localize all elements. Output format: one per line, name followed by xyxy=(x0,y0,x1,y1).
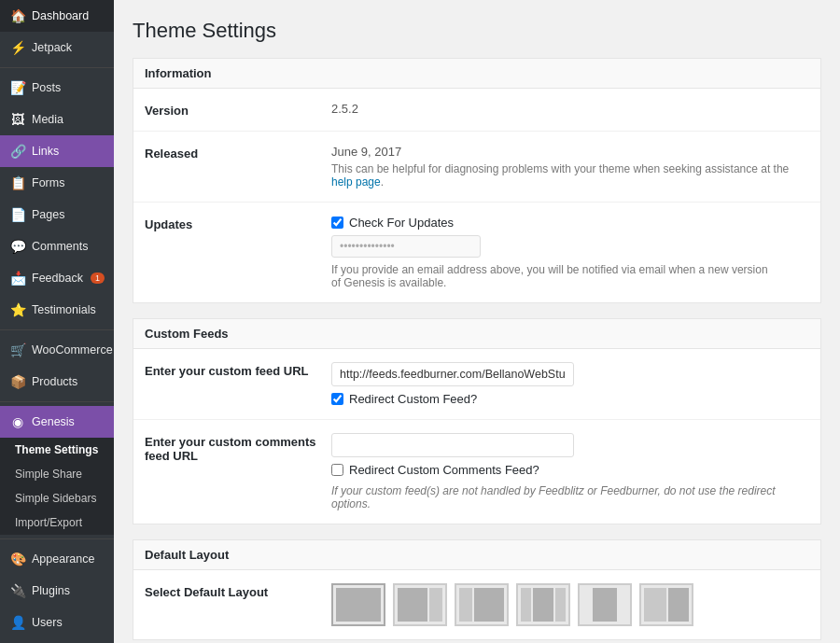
sidebar-divider-3 xyxy=(0,401,114,402)
sidebar-item-posts[interactable]: 📝 Posts xyxy=(0,72,114,104)
dashboard-icon: 🏠 xyxy=(9,7,26,24)
sidebar-item-genesis[interactable]: ◉ Genesis xyxy=(0,406,114,438)
updates-note: If you provide an email address above, y… xyxy=(331,263,779,289)
sidebar-item-links[interactable]: 🔗 Links xyxy=(0,135,114,167)
sidebar-item-label: WooCommerce xyxy=(32,343,113,356)
comments-feed-input[interactable] xyxy=(331,433,574,457)
redirect-comments-label[interactable]: Redirect Custom Comments Feed? xyxy=(331,463,809,477)
information-section: Information Version 2.5.2 Released June … xyxy=(133,58,821,303)
layout-side-col-left xyxy=(459,588,472,622)
products-icon: 📦 xyxy=(9,373,26,390)
layout-option-sidebar-content-sidebar[interactable] xyxy=(516,583,570,626)
forms-icon: 📋 xyxy=(9,175,26,191)
sidebar-divider-2 xyxy=(0,329,114,330)
sidebar-item-comments[interactable]: 💬 Comments xyxy=(0,231,114,262)
layout-option-content-sidebar[interactable] xyxy=(393,583,447,626)
sidebar-item-pages[interactable]: 📄 Pages xyxy=(0,199,114,231)
feedback-icon: 📩 xyxy=(9,270,26,287)
sidebar-item-jetpack[interactable]: ⚡ Jetpack xyxy=(0,32,114,63)
layout-side-col xyxy=(429,588,442,622)
sidebar-item-forms[interactable]: 📋 Forms xyxy=(0,167,114,199)
layout-main-col xyxy=(398,588,427,622)
redirect-feed-label[interactable]: Redirect Custom Feed? xyxy=(331,392,809,406)
default-layout-body: Select Default Layout xyxy=(133,570,820,639)
sidebar-item-woocommerce[interactable]: 🛒 WooCommerce xyxy=(0,334,114,366)
sidebar-item-label: Products xyxy=(32,375,77,388)
check-updates-checkbox[interactable] xyxy=(331,217,343,229)
sidebar-item-testimonials[interactable]: ⭐ Testimonials xyxy=(0,294,114,326)
sidebar-item-users[interactable]: 👤 Users xyxy=(0,607,114,638)
released-label: Released xyxy=(145,145,331,161)
sidebar-item-label: Links xyxy=(32,145,59,158)
genesis-submenu: Theme Settings Simple Share Simple Sideb… xyxy=(0,438,114,535)
layout-option-full[interactable] xyxy=(331,583,385,626)
layout-option-sidebar-content[interactable] xyxy=(455,583,509,626)
version-value: 2.5.2 xyxy=(331,102,809,116)
feedback-badge: 1 xyxy=(91,273,105,284)
layout-side-left xyxy=(521,588,531,622)
layout-label: Select Default Layout xyxy=(145,583,331,599)
updates-email-input[interactable] xyxy=(331,235,481,258)
sidebar-item-label: Plugins xyxy=(32,584,70,597)
layout-option-narrow-center[interactable] xyxy=(578,583,632,626)
submenu-theme-settings[interactable]: Theme Settings xyxy=(0,438,114,462)
feed-note: If your custom feed(s) are not handled b… xyxy=(331,484,779,510)
media-icon: 🖼 xyxy=(9,111,26,128)
released-row: Released June 9, 2017 This can be helpfu… xyxy=(133,132,820,203)
sidebar-item-media[interactable]: 🖼 Media xyxy=(0,104,114,135)
sidebar-item-label: Posts xyxy=(32,81,61,94)
version-label: Version xyxy=(145,102,331,118)
layout-right-side xyxy=(644,588,666,622)
layout-option-narrow-right[interactable] xyxy=(639,583,693,626)
woocommerce-icon: 🛒 xyxy=(9,342,26,358)
layout-narrow-col xyxy=(593,588,617,622)
layout-main-col-right xyxy=(474,588,504,622)
information-header: Information xyxy=(133,59,820,89)
updates-content: Check For Updates If you provide an emai… xyxy=(331,216,809,289)
testimonials-icon: ⭐ xyxy=(9,301,26,318)
sidebar-item-label: Testimonials xyxy=(32,303,96,316)
sidebar-item-dashboard[interactable]: 🏠 Dashboard xyxy=(0,0,114,32)
submenu-simple-sidebars[interactable]: Simple Sidebars xyxy=(0,486,114,510)
redirect-comments-checkbox[interactable] xyxy=(331,464,343,476)
submenu-import-export[interactable]: Import/Export xyxy=(0,510,114,535)
released-note: This can be helpful for diagnosing probl… xyxy=(331,162,809,189)
genesis-icon: ◉ xyxy=(9,413,26,430)
comments-feed-label: Enter your custom comments feed URL xyxy=(145,433,331,463)
custom-feeds-header: Custom Feeds xyxy=(133,319,820,349)
sidebar-item-label: Pages xyxy=(32,208,64,221)
sidebar-item-label: Comments xyxy=(32,240,88,253)
help-link[interactable]: help page xyxy=(331,175,381,189)
layout-options xyxy=(331,583,809,626)
posts-icon: 📝 xyxy=(9,79,26,96)
sidebar-item-plugins[interactable]: 🔌 Plugins xyxy=(0,575,114,607)
layout-right-main xyxy=(668,588,689,622)
sidebar-item-products[interactable]: 📦 Products xyxy=(0,366,114,398)
released-content: June 9, 2017 This can be helpful for dia… xyxy=(331,145,809,189)
sidebar-divider-4 xyxy=(0,538,114,539)
sidebar-item-label: Jetpack xyxy=(32,41,72,54)
sidebar-divider xyxy=(0,67,114,68)
feed-url-input[interactable] xyxy=(331,362,574,386)
sidebar-item-tools[interactable]: 🔧 Tools xyxy=(0,638,114,643)
comments-feed-content: Redirect Custom Comments Feed? If your c… xyxy=(331,433,809,510)
check-updates-label[interactable]: Check For Updates xyxy=(331,216,809,230)
feed-url-content: Redirect Custom Feed? xyxy=(331,362,809,406)
information-body: Version 2.5.2 Released June 9, 2017 This… xyxy=(133,89,820,302)
sidebar-item-appearance[interactable]: 🎨 Appearance xyxy=(0,543,114,575)
custom-feeds-section: Custom Feeds Enter your custom feed URL … xyxy=(133,318,821,524)
layout-side-right xyxy=(555,588,566,622)
layout-options-container xyxy=(331,583,809,626)
custom-feeds-body: Enter your custom feed URL Redirect Cust… xyxy=(133,349,820,524)
links-icon: 🔗 xyxy=(9,143,26,160)
main-content: Theme Settings Information Version 2.5.2… xyxy=(114,0,840,643)
sidebar-item-label: Dashboard xyxy=(32,9,89,22)
page-title: Theme Settings xyxy=(133,19,821,43)
sidebar-item-feedback[interactable]: 📩 Feedback 1 xyxy=(0,262,114,294)
submenu-simple-share[interactable]: Simple Share xyxy=(0,462,114,486)
comments-icon: 💬 xyxy=(9,238,26,255)
redirect-feed-checkbox[interactable] xyxy=(331,393,343,405)
pages-icon: 📄 xyxy=(9,206,26,223)
version-row: Version 2.5.2 xyxy=(133,89,820,132)
users-icon: 👤 xyxy=(9,614,26,631)
